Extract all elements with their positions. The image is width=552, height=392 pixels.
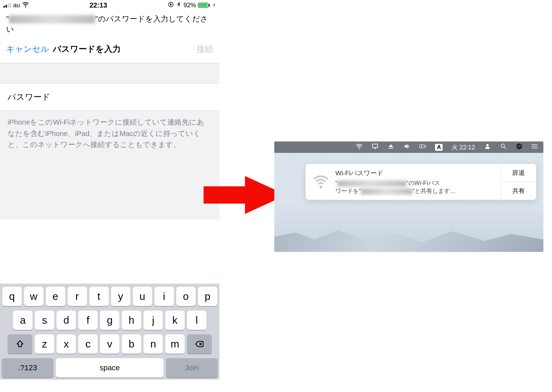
status-bar: au 22:13 92% ⚡︎ [0, 0, 219, 10]
key-t[interactable]: t [89, 287, 109, 306]
key-o[interactable]: o [176, 287, 196, 306]
key-b[interactable]: b [122, 334, 141, 354]
keyboard-row-1: qwertyuiop [2, 287, 218, 306]
redacted-ssid-mac [337, 180, 406, 187]
share-button[interactable]: 共有 [501, 182, 536, 200]
spotlight-icon[interactable] [500, 143, 507, 151]
key-s[interactable]: s [35, 311, 54, 330]
keyboard-row-4: .?123 space Join [2, 358, 218, 378]
key-x[interactable]: x [57, 334, 76, 354]
key-f[interactable]: f [78, 311, 98, 330]
key-i[interactable]: i [155, 287, 174, 306]
notification-line-1: ""のWi-Fiパス [335, 179, 456, 187]
battery-icon [198, 3, 210, 8]
key-a[interactable]: a [13, 311, 32, 330]
key-j[interactable]: j [144, 311, 163, 330]
svg-point-5 [532, 144, 533, 145]
key-h[interactable]: h [122, 311, 141, 330]
key-q[interactable]: q [2, 287, 22, 306]
space-key[interactable]: space [56, 358, 164, 378]
input-source-badge[interactable]: A [435, 144, 443, 151]
menubar: A 火 22:12 [274, 141, 543, 153]
key-u[interactable]: u [133, 287, 152, 306]
join-button[interactable]: 接続 [197, 43, 213, 55]
notification-line-2: ワードを""と共有します… [335, 187, 456, 195]
battery-menu-icon[interactable] [419, 143, 426, 151]
backspace-key[interactable] [187, 334, 212, 354]
key-l[interactable]: l [187, 311, 206, 330]
info-footer: iPhoneをこのWi-Fiネットワークに接続していて連絡先にあなたを含むiPh… [0, 110, 219, 219]
key-y[interactable]: y [111, 287, 130, 306]
wifi-share-notification: Wi-Fiパスワード ""のWi-Fiパス ワードを""と共有します… 辞退 共… [305, 164, 536, 200]
redacted-device-mac [361, 188, 413, 195]
bluetooth-icon [176, 2, 181, 9]
key-w[interactable]: w [24, 287, 43, 306]
clock: 22:13 [29, 1, 168, 9]
volume-icon[interactable] [403, 143, 410, 151]
airplay-icon[interactable] [372, 143, 378, 151]
iphone-screenshot: au 22:13 92% ⚡︎ ""のパスワードを入力してください キャンセル … [0, 0, 219, 380]
wifi-menu-icon[interactable] [356, 143, 363, 151]
mac-screenshot: A 火 22:12 Wi-Fiパスワード ""のWi-Fiパス ワードを""と共… [274, 141, 543, 252]
svg-point-6 [532, 146, 533, 147]
user-icon[interactable] [484, 143, 491, 151]
carrier-label: au [13, 2, 20, 9]
battery-percent: 92% [184, 2, 196, 9]
keyboard: qwertyuiop asdfghjkl zxcvbnm .?123 space… [0, 284, 219, 380]
notification-wifi-icon [313, 173, 329, 191]
key-r[interactable]: r [68, 287, 87, 306]
keyboard-row-2: asdfghjkl [2, 311, 218, 330]
key-k[interactable]: k [165, 311, 185, 330]
nav-row: キャンセル パスワードを入力 接続 [0, 43, 219, 63]
eject-icon[interactable] [387, 143, 394, 151]
svg-point-7 [532, 148, 533, 149]
key-m[interactable]: m [165, 334, 185, 354]
decline-button[interactable]: 辞退 [501, 164, 536, 182]
charging-icon: ⚡︎ [213, 2, 216, 8]
password-field[interactable]: パスワード [0, 84, 219, 110]
svg-rect-2 [425, 146, 426, 147]
form-section-gap [0, 63, 219, 84]
svg-point-3 [501, 144, 504, 147]
cancel-button[interactable]: キャンセル [6, 43, 49, 55]
key-d[interactable]: d [57, 311, 76, 330]
key-c[interactable]: c [78, 334, 98, 354]
menubar-clock[interactable]: 火 22:12 [452, 143, 475, 151]
orientation-lock-icon [168, 1, 174, 9]
red-arrow-icon [204, 176, 286, 214]
go-key[interactable]: Join [166, 358, 218, 378]
key-n[interactable]: n [144, 334, 163, 354]
key-z[interactable]: z [35, 334, 54, 354]
keyboard-row-3: zxcvbnm [2, 334, 218, 354]
siri-icon[interactable] [516, 143, 523, 151]
key-p[interactable]: p [198, 287, 217, 306]
notification-title: Wi-Fiパスワード [335, 169, 456, 178]
key-v[interactable]: v [100, 334, 119, 354]
numeric-key[interactable]: .?123 [2, 358, 53, 378]
redacted-ssid [9, 15, 95, 23]
wifi-icon [22, 1, 29, 10]
signal-icon [3, 3, 11, 8]
shift-key[interactable] [8, 334, 32, 354]
network-prompt: ""のパスワードを入力してください [0, 10, 219, 43]
key-e[interactable]: e [46, 287, 65, 306]
notification-center-icon[interactable] [532, 143, 539, 151]
key-g[interactable]: g [100, 311, 119, 330]
nav-title: パスワードを入力 [53, 43, 121, 55]
